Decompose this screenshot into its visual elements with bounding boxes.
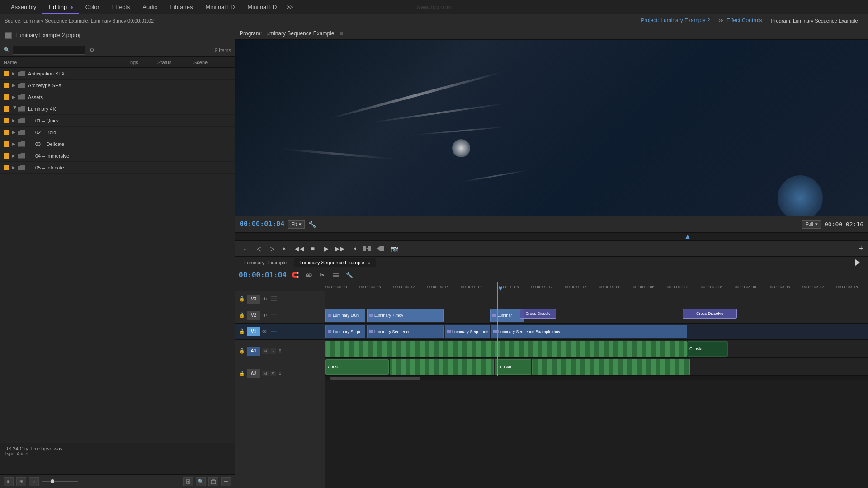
collapse-arrow[interactable]: ▶ [12,153,18,158]
eye-icon-v2[interactable]: 👁 [262,313,267,318]
link-tool[interactable] [304,270,314,280]
lock-icon-v3[interactable]: 🔒 [239,296,245,302]
collapse-arrow[interactable]: ▶ [12,141,18,146]
search-settings-icon[interactable]: ⚙ [90,47,94,53]
mic-icon-a2[interactable]: 🎙 [278,371,283,376]
list-item[interactable]: ▶ 05 – Intricate [0,162,235,174]
current-timecode[interactable]: 00:00:01:04 [240,220,284,228]
nav-audio[interactable]: Audio [136,2,164,12]
nav-libraries[interactable]: Minimal LD [199,2,241,12]
clip-constar-a2-2[interactable]: Constar [495,359,531,375]
freeform-view-btn[interactable]: ○ [29,477,39,486]
preview-settings-icon[interactable]: 🔧 [308,221,316,228]
track-row-a1[interactable]: Constar [326,340,868,358]
collapse-arrow[interactable]: ▶ [12,83,18,88]
project-tab[interactable]: Project: Luminary Example 2 [641,17,710,24]
nav-graphics[interactable]: Libraries [164,2,199,12]
overwrite-btn[interactable] [375,243,386,254]
collapse-arrow[interactable]: ▶ [12,130,18,135]
collapse-arrow[interactable]: ▶ [12,94,18,99]
scrollbar-thumb[interactable] [330,377,420,380]
add-monitor-btn[interactable]: + [859,244,863,253]
new-item-btn[interactable] [183,477,193,486]
zoom-slider[interactable] [42,481,78,482]
solo-btn-a2[interactable]: S [270,371,276,376]
track-row-a2[interactable]: Constar Constar [326,358,868,376]
track-area[interactable]: 00:00:00:00 00:00:00:06 00:00:00:12 00:0… [326,282,868,488]
list-item[interactable]: ▶ 03 – Delicate [0,138,235,150]
collapse-arrow[interactable]: ▶ [13,106,18,112]
insert-btn[interactable] [362,243,373,254]
go-to-out-btn[interactable]: ⇥ [348,243,359,254]
track-row-v1[interactable]: Luminary Sequ Luminary Sequence Luminary… [326,324,868,340]
marker-btn[interactable]: ⬦ [240,243,250,254]
timeline-timecode[interactable]: 00:00:01:04 [239,271,287,279]
preview-timeline-bar[interactable] [235,232,868,240]
lock-icon-a1[interactable]: 🔒 [239,348,245,354]
clip-luminary-v2[interactable]: Luminar [490,309,524,322]
double-arrow-icon[interactable]: ≫ [718,18,724,23]
list-item[interactable]: ▶ Assets [0,91,235,103]
clip-luminary-seq-4[interactable]: Luminary Sequence Example.mov [491,325,687,338]
step-back-btn[interactable]: ◀◀ [294,243,305,254]
nav-more[interactable]: >> [283,2,297,12]
lock-icon-v2[interactable]: 🔒 [239,312,245,319]
grid-view-btn[interactable]: ⊞ [16,477,26,486]
clip-luminary-seq-2[interactable]: Luminary Sequence [367,325,444,338]
tab-luminary-example[interactable]: Luminary_Example [239,258,292,267]
wrench-tool[interactable]: 🔧 [344,270,354,280]
export-frame-btn[interactable]: 📷 [389,243,400,254]
timeline-scrollbar[interactable] [326,376,868,380]
clip-luminary7[interactable]: Luminary 7.mov [367,309,444,322]
track-tool[interactable] [331,270,341,280]
delete-btn[interactable] [221,477,231,486]
clip-luminary-seq-3[interactable]: Luminary Sequence Ex [445,325,490,338]
clip-constar-a1[interactable]: Constar [687,341,728,357]
audio-clip-a2-waveform[interactable] [390,359,494,375]
clip-constar-a2-1[interactable]: Constar [326,359,389,375]
list-item[interactable]: ▶ 04 – Immersive [0,150,235,162]
fit-dropdown[interactable]: Fit ▾ [288,220,304,229]
nav-color[interactable]: Color [79,2,106,12]
transition-cross-dissolve-1[interactable]: Cross Dissolv [520,309,556,319]
list-item[interactable]: ▶ 01 – Quick [0,115,235,127]
next-keyframe-btn[interactable]: ▷ [267,243,278,254]
search-filter-btn[interactable]: 🔍 [196,477,206,486]
transition-cross-dissolve-2[interactable]: Cross Dissolve [683,309,737,319]
nav-effects[interactable]: Effects [106,2,137,12]
search-input[interactable] [13,46,85,55]
scissors-tool[interactable]: ✂ [317,270,327,280]
lock-icon-a2[interactable]: 🔒 [239,371,245,377]
collapse-arrow[interactable]: ▶ [12,71,18,76]
stop-btn[interactable]: ■ [307,243,318,254]
clip-luminary-seq-1[interactable]: Luminary Sequ [326,325,365,338]
full-dropdown[interactable]: Full ▾ [802,220,821,229]
play-btn[interactable]: ▶ [321,243,332,254]
collapse-arrow[interactable]: ▶ [12,118,18,123]
list-item[interactable]: ▶ 02 – Bold [0,127,235,138]
mute-btn-a1[interactable]: M [262,348,269,354]
nav-editing[interactable]: Editing [42,2,79,12]
menu-icon[interactable]: ≡ [340,30,343,37]
audio-clip-a2-waveform-2[interactable] [532,359,690,375]
list-item[interactable]: ▶ Anticipation SFX [0,68,235,80]
mute-btn-a2[interactable]: M [262,371,269,376]
solo-btn-a1[interactable]: S [270,348,276,354]
audio-clip-a1[interactable] [326,341,687,357]
list-item[interactable]: ▶ Archetype SFX [0,80,235,91]
go-to-in-btn[interactable]: ⇤ [280,243,291,254]
list-view-btn[interactable]: ≡ [4,477,14,486]
nav-assembly[interactable]: Assembly [5,2,42,12]
mic-icon-a1[interactable]: 🎙 [278,348,283,354]
prev-keyframe-btn[interactable]: ◁ [253,243,264,254]
eye-icon-v3[interactable]: 👁 [262,296,267,302]
track-row-v2[interactable]: Luminary 10.n Luminary 7.mov Luminar [326,307,868,324]
magnet-tool[interactable]: 🧲 [290,270,300,280]
list-item[interactable]: ▶ Luminary 4K [0,103,235,115]
track-row-v3[interactable] [326,291,868,307]
tab-luminary-sequence[interactable]: Luminary Sequence Example ≡ [294,258,376,267]
nav-minimal-ld[interactable]: Minimal LD [241,2,283,12]
lock-icon-v1[interactable]: 🔒 [239,328,245,335]
clip-luminary10[interactable]: Luminary 10.n [326,309,365,322]
new-bin-btn[interactable] [208,477,218,486]
